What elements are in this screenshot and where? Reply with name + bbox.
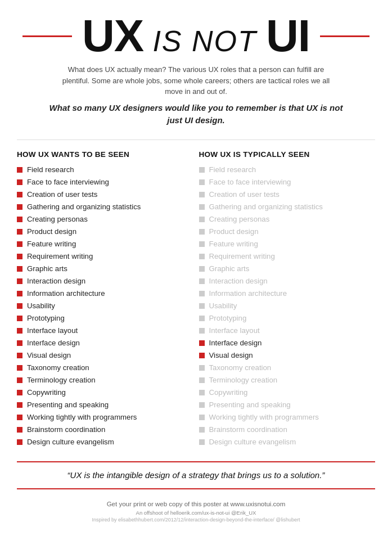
list-item: Face to face interviewing bbox=[199, 178, 376, 187]
bullet-icon bbox=[17, 303, 22, 309]
bullet-icon bbox=[199, 402, 205, 408]
bullet-icon bbox=[199, 254, 205, 259]
list-item: Interaction design bbox=[17, 277, 193, 286]
list-item: Visual design bbox=[17, 351, 193, 361]
quote-section: “UX is the intangible design of a strate… bbox=[17, 461, 375, 490]
list-item: Creation of user tests bbox=[17, 190, 193, 200]
list-item: Field research bbox=[199, 165, 376, 175]
bullet-icon bbox=[199, 328, 205, 334]
bullet-icon bbox=[199, 316, 205, 321]
list-item: Presenting and speaking bbox=[199, 400, 376, 410]
title-ui: UI bbox=[266, 11, 310, 61]
list-item: Interaction design bbox=[199, 277, 376, 286]
list-item: Product design bbox=[17, 227, 193, 237]
bullet-icon bbox=[17, 241, 22, 247]
bullet-icon bbox=[17, 390, 22, 395]
subtitle: What does UX actually mean? The various … bbox=[22, 58, 370, 97]
bullet-icon bbox=[199, 415, 205, 420]
list-item: Interface layout bbox=[199, 326, 376, 336]
list-item: Product design bbox=[199, 227, 376, 237]
list-item: Copywriting bbox=[17, 388, 193, 398]
list-item: Creating personas bbox=[199, 215, 376, 224]
left-col-title: HOW UX WANTS TO BE SEEN bbox=[17, 150, 193, 159]
list-item: Gathering and organizing statistics bbox=[199, 202, 376, 212]
bullet-icon bbox=[199, 439, 205, 445]
list-item: Information architecture bbox=[199, 289, 376, 299]
bullet-icon bbox=[17, 328, 22, 334]
bullet-icon bbox=[17, 204, 22, 210]
list-item: Usability bbox=[199, 302, 376, 311]
bullet-icon bbox=[199, 266, 205, 272]
list-item: Creating personas bbox=[17, 215, 193, 224]
bullet-icon bbox=[17, 192, 22, 197]
list-item: Terminology creation bbox=[17, 376, 193, 385]
list-item: Prototyping bbox=[17, 314, 193, 323]
list-item: Visual design bbox=[199, 351, 376, 361]
footer-inspired: Inspired by elisabethhubert.com/2012/12/… bbox=[92, 517, 300, 523]
bullet-icon bbox=[17, 278, 22, 284]
bullet-icon bbox=[17, 167, 22, 173]
quote-text: “UX is the intangible design of a strate… bbox=[28, 469, 364, 482]
bullet-icon bbox=[17, 439, 22, 445]
bullet-icon bbox=[199, 353, 205, 358]
footer-offshoot: An offshoot of helloerik.com/ux-is-not-u… bbox=[92, 510, 300, 516]
highlight-line: What so many UX designers would like you… bbox=[22, 97, 370, 135]
bullet-icon bbox=[199, 278, 205, 284]
right-col-title: HOW UX IS TYPICALLY SEEN bbox=[199, 150, 376, 159]
list-item: Interface layout bbox=[17, 326, 193, 336]
list-item: Brainstorm coordination bbox=[199, 425, 376, 435]
list-item: Presenting and speaking bbox=[17, 400, 193, 410]
footer-main: Get your print or web copy of this poste… bbox=[92, 501, 300, 507]
bullet-icon bbox=[199, 303, 205, 309]
list-item: Face to face interviewing bbox=[17, 178, 193, 187]
list-item: Brainstorm coordination bbox=[17, 425, 193, 435]
list-item: Usability bbox=[17, 302, 193, 311]
bullet-icon bbox=[17, 377, 22, 383]
bullet-icon bbox=[199, 217, 205, 222]
header: UX IS NOT UI What does UX actually mean?… bbox=[0, 0, 392, 140]
bullet-icon bbox=[199, 241, 205, 247]
bullet-icon bbox=[199, 365, 205, 371]
list-item: Graphic arts bbox=[17, 264, 193, 274]
list-item: Feature writing bbox=[17, 240, 193, 249]
list-item: Information architecture bbox=[17, 289, 193, 299]
list-item: Taxonomy creation bbox=[199, 363, 376, 373]
bullet-icon bbox=[199, 291, 205, 296]
bullet-icon bbox=[199, 204, 205, 210]
list-item: Design culture evangelism bbox=[17, 438, 193, 447]
bullet-icon bbox=[17, 179, 22, 185]
bullet-icon bbox=[199, 340, 205, 346]
bullet-icon bbox=[17, 217, 22, 222]
list-item: Interface design bbox=[199, 339, 376, 348]
main-title: UX IS NOT UI bbox=[72, 14, 320, 58]
bullet-icon bbox=[17, 340, 22, 346]
list-item: Creation of user tests bbox=[199, 190, 376, 200]
bullet-icon bbox=[199, 167, 205, 173]
bullet-icon bbox=[17, 316, 22, 321]
list-item: Field research bbox=[17, 165, 193, 175]
bullet-icon bbox=[199, 427, 205, 433]
bullet-icon bbox=[199, 229, 205, 235]
columns: HOW UX WANTS TO BE SEEN Field research F… bbox=[0, 140, 392, 456]
left-column: HOW UX WANTS TO BE SEEN Field research F… bbox=[17, 150, 193, 450]
left-col-list: Field research Face to face interviewing… bbox=[17, 165, 193, 447]
list-item: Requirement writing bbox=[199, 252, 376, 262]
list-item: Graphic arts bbox=[199, 264, 376, 274]
bullet-icon bbox=[199, 192, 205, 197]
right-column: HOW UX IS TYPICALLY SEEN Field research … bbox=[199, 150, 376, 450]
list-item: Interface design bbox=[17, 339, 193, 348]
bullet-icon bbox=[17, 402, 22, 408]
bullet-icon bbox=[17, 291, 22, 296]
bullet-icon bbox=[17, 254, 22, 259]
list-item: Working tightly with programmers bbox=[17, 413, 193, 422]
title-is-not: IS NOT bbox=[152, 25, 256, 57]
footer: Get your print or web copy of this poste… bbox=[75, 497, 317, 532]
bullet-icon bbox=[17, 353, 22, 358]
bullet-icon bbox=[17, 229, 22, 235]
list-item: Working tightly with programmers bbox=[199, 413, 376, 422]
page: UX IS NOT UI What does UX actually mean?… bbox=[0, 0, 392, 540]
list-item: Requirement writing bbox=[17, 252, 193, 262]
bullet-icon bbox=[199, 179, 205, 185]
list-item: Feature writing bbox=[199, 240, 376, 249]
title-ux: UX bbox=[82, 11, 143, 61]
